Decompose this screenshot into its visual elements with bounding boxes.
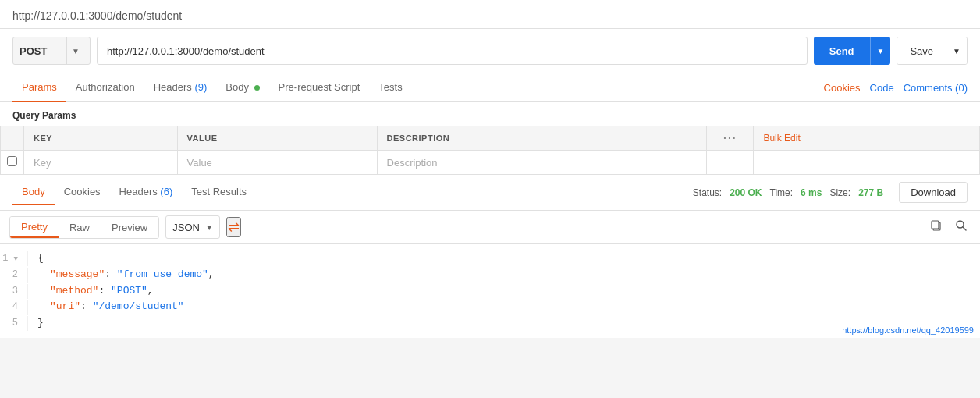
watermark: https://blog.csdn.net/qq_42019599 (842, 325, 974, 335)
send-button[interactable]: Send (814, 37, 870, 65)
tab-body[interactable]: Body (216, 73, 268, 102)
save-dropdown-button[interactable]: ▼ (946, 37, 967, 64)
actions-col-header: ··· (707, 126, 754, 151)
tab-tests[interactable]: Tests (369, 73, 411, 102)
code-area-wrapper: 1 ▼ { 2 "message": "from use demo", 3 "m… (0, 244, 980, 338)
line-2-val: "from use demo" (117, 268, 208, 280)
tab-params[interactable]: Params (12, 73, 66, 102)
save-btn-wrapper: Save ▼ (897, 37, 968, 65)
query-params-header: Query Params (0, 102, 980, 126)
size-label: Size: (829, 187, 850, 198)
code-line-3: 3 "method": "POST", (0, 283, 980, 300)
bulk-edit-col-header: Bulk Edit (754, 126, 980, 151)
params-table: KEY VALUE DESCRIPTION ··· Bulk Edit Key … (0, 126, 980, 175)
key-col-header: KEY (24, 126, 178, 151)
cookies-link[interactable]: Cookies (824, 82, 861, 94)
line-4-val: "/demo/student" (93, 300, 184, 312)
response-bar: Body Cookies Headers (6) Test Results St… (0, 175, 980, 211)
tab-headers[interactable]: Headers (9) (144, 73, 217, 102)
line-num-5: 5 (0, 316, 28, 331)
more-icon[interactable]: ··· (723, 132, 737, 144)
search-icon (955, 219, 968, 232)
format-bar: Pretty Raw Preview JSON XML HTML Text ▼ … (0, 211, 980, 244)
format-bar-right (927, 216, 971, 238)
tabs-right: Cookies Code Comments (0) (824, 82, 968, 94)
line-2-key: "message" (50, 268, 105, 280)
code-line-1: 1 ▼ { (0, 251, 980, 267)
bulk-edit-button[interactable]: Bulk Edit (763, 133, 800, 144)
page-title: http://127.0.0.1:3000/demo/student (0, 0, 980, 29)
resp-tab-test-results[interactable]: Test Results (182, 179, 256, 205)
resp-headers-badge: (6) (160, 186, 172, 197)
table-row: Key Value Description (1, 151, 980, 175)
request-tabs-row: Params Authorization Headers (9) Body Pr… (0, 73, 980, 102)
download-button[interactable]: Download (899, 182, 968, 203)
tab-prerequest[interactable]: Pre-request Script (269, 73, 370, 102)
line-num-1: 1 ▼ (0, 251, 28, 266)
code-line-4: 4 "uri": "/demo/student" (0, 299, 980, 315)
svg-line-3 (963, 227, 966, 230)
line-3-val: "POST" (111, 285, 147, 297)
description-cell[interactable]: Description (377, 151, 707, 175)
line-num-4: 4 (0, 300, 28, 314)
status-info: Status: 200 OK Time: 6 ms Size: 277 B Do… (693, 182, 968, 203)
code-area: 1 ▼ { 2 "message": "from use demo", 3 "m… (0, 244, 980, 338)
key-cell[interactable]: Key (24, 151, 178, 175)
line-3-key: "method" (50, 285, 98, 297)
format-tabs: Pretty Raw Preview (9, 216, 159, 239)
copy-button[interactable] (927, 216, 946, 238)
extra-cell (754, 151, 980, 175)
code-line-5: 5 } (0, 315, 980, 332)
body-dot (254, 85, 260, 91)
size-value: 277 B (858, 187, 883, 198)
format-select-wrapper: JSON XML HTML Text ▼ (165, 215, 220, 239)
status-value: 200 OK (730, 187, 762, 198)
url-input[interactable] (97, 37, 808, 65)
value-col-header: VALUE (177, 126, 377, 151)
format-tab-pretty[interactable]: Pretty (10, 217, 59, 238)
format-select-arrow: ▼ (205, 223, 213, 232)
url-title: http://127.0.0.1:3000/demo/student (12, 9, 182, 22)
format-select[interactable]: JSON XML HTML Text (172, 222, 201, 233)
send-btn-wrapper: Send ▼ (814, 37, 891, 65)
checkbox-col-header (1, 126, 24, 151)
query-params-title: Query Params (12, 110, 76, 121)
line-num-2: 2 (0, 268, 28, 283)
value-cell[interactable]: Value (177, 151, 377, 175)
method-wrapper: POST GET PUT DELETE ▼ (12, 37, 91, 65)
code-line-2: 2 "message": "from use demo", (0, 267, 980, 283)
resp-tab-body[interactable]: Body (12, 179, 55, 205)
save-button[interactable]: Save (897, 37, 946, 64)
description-col-header: DESCRIPTION (377, 126, 707, 151)
line-5-content: } (37, 315, 44, 332)
status-label: Status: (693, 187, 722, 198)
resp-tab-cookies[interactable]: Cookies (55, 179, 110, 205)
method-dropdown-btn[interactable]: ▼ (66, 37, 84, 64)
method-select[interactable]: POST GET PUT DELETE (13, 45, 66, 57)
actions-cell (707, 151, 754, 175)
wrap-lines-button[interactable]: ⇌ (226, 217, 241, 237)
resp-tab-headers[interactable]: Headers (6) (110, 179, 183, 205)
svg-rect-1 (932, 221, 939, 229)
copy-icon (930, 219, 943, 232)
search-button[interactable] (952, 216, 971, 238)
format-tab-preview[interactable]: Preview (101, 217, 158, 238)
response-tabs: Body Cookies Headers (6) Test Results (12, 179, 693, 205)
format-tab-raw[interactable]: Raw (59, 217, 101, 238)
send-dropdown-button[interactable]: ▼ (870, 37, 891, 65)
comments-link[interactable]: Comments (0) (904, 82, 968, 94)
headers-badge: (9) (194, 81, 207, 93)
row-checkbox[interactable] (7, 156, 17, 166)
line-num-3: 3 (0, 284, 28, 299)
line-4-key: "uri" (50, 300, 80, 312)
line-1-content: { (37, 251, 44, 267)
tab-authorization[interactable]: Authorization (66, 73, 144, 102)
row-checkbox-cell (1, 151, 24, 175)
time-label: Time: (770, 187, 794, 198)
code-link[interactable]: Code (870, 82, 894, 94)
request-bar: POST GET PUT DELETE ▼ Send ▼ Save ▼ (0, 29, 980, 73)
time-value: 6 ms (801, 187, 822, 198)
